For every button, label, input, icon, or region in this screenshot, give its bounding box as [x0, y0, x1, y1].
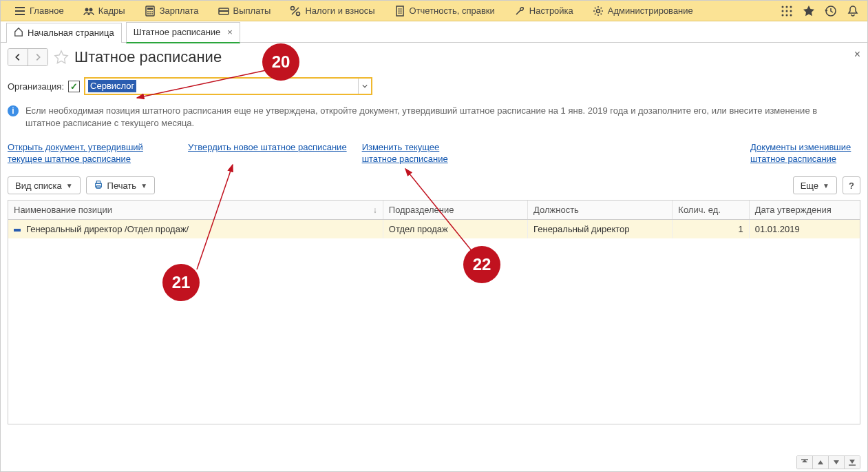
link-change-current[interactable]: Изменить текущее штатное расписание — [362, 142, 472, 165]
info-icon: i — [8, 105, 19, 116]
svg-point-20 — [782, 6, 784, 8]
grid-nav-strip — [796, 455, 860, 469]
menu-settings-label: Настройка — [529, 6, 573, 16]
svg-point-23 — [782, 10, 784, 12]
view-mode-button[interactable]: Вид списка ▼ — [8, 176, 81, 194]
apps-icon[interactable] — [781, 5, 793, 17]
menu-salary[interactable]: Зарплата — [135, 1, 209, 21]
percent-icon — [290, 6, 301, 17]
org-field[interactable]: Сервислог — [84, 77, 372, 95]
col-dept[interactable]: Подразделение — [383, 201, 527, 220]
svg-rect-3 — [147, 8, 153, 10]
sort-asc-icon: ↓ — [373, 205, 377, 215]
more-label: Еще — [801, 181, 818, 191]
menu-admin-label: Администрирование — [608, 6, 693, 16]
tab-home-label: Начальная страница — [28, 28, 114, 38]
org-input[interactable]: Сервислог — [85, 79, 358, 94]
link-changed-docs[interactable]: Документы изменившие штатное расписание — [750, 142, 860, 165]
link-open-current-doc[interactable]: Открыть документ, утвердивший текущее шт… — [8, 142, 173, 165]
nav-buttons — [8, 48, 48, 66]
menu-payments-label: Выплаты — [233, 6, 271, 16]
svg-point-8 — [149, 13, 151, 14]
more-button[interactable]: Еще ▼ — [793, 176, 837, 194]
svg-point-7 — [147, 13, 149, 14]
org-checkbox[interactable]: ✓ — [68, 81, 80, 92]
printer-icon — [94, 180, 103, 192]
col-qty-label: Колич. ед. — [678, 205, 721, 215]
svg-point-26 — [782, 14, 784, 16]
svg-line-14 — [292, 8, 299, 14]
menu-icon — [14, 6, 25, 17]
view-mode-label: Вид списка — [15, 181, 62, 191]
tab-staff-schedule-label: Штатное расписание — [134, 27, 221, 37]
nav-back-button[interactable] — [8, 49, 28, 65]
col-post[interactable]: Должность — [528, 201, 673, 220]
svg-point-21 — [786, 6, 788, 8]
menu-main-label: Главное — [30, 6, 64, 16]
svg-point-12 — [291, 6, 295, 10]
svg-point-27 — [786, 14, 788, 16]
help-label: ? — [849, 181, 854, 191]
col-date[interactable]: Дата утверждения — [749, 201, 860, 220]
svg-point-1 — [89, 8, 92, 11]
grid-nav-last[interactable] — [844, 456, 860, 469]
row-marker-icon — [14, 229, 21, 232]
grid-nav-up[interactable] — [812, 456, 828, 469]
nav-forward-button[interactable] — [28, 49, 47, 65]
history-icon[interactable] — [825, 5, 837, 17]
svg-point-22 — [790, 6, 792, 8]
cell-qty: 1 — [738, 224, 743, 234]
favorites-icon[interactable] — [803, 5, 815, 17]
tab-home[interactable]: Начальная страница — [6, 23, 122, 43]
menu-main[interactable]: Главное — [5, 1, 74, 21]
col-name-label: Наименование позиции — [14, 205, 112, 215]
favorite-star-icon[interactable] — [54, 50, 69, 65]
menu-hr[interactable]: Кадры — [74, 1, 135, 21]
print-button[interactable]: Печать ▼ — [86, 176, 156, 194]
menu-taxes-label: Налоги и взносы — [305, 6, 374, 16]
page-title: Штатное расписание — [74, 48, 222, 66]
grid-nav-down[interactable] — [828, 456, 844, 469]
svg-point-9 — [151, 13, 153, 14]
cell-post: Генеральный директор — [533, 224, 629, 234]
info-text: Если необходимая позиция штатного распис… — [25, 105, 847, 130]
svg-point-13 — [297, 12, 300, 15]
caret-down-icon: ▼ — [823, 182, 829, 189]
col-date-label: Дата утверждения — [755, 205, 832, 215]
table-row[interactable]: Генеральный директор /Отдел продаж/ Отде… — [8, 220, 860, 239]
menu-settings[interactable]: Настройка — [505, 1, 583, 21]
svg-point-5 — [149, 11, 151, 12]
org-dropdown-button[interactable] — [358, 79, 371, 94]
org-value: Сервислог — [88, 80, 136, 92]
org-label: Организация: — [8, 81, 64, 92]
tab-staff-schedule[interactable]: Штатное расписание × — [126, 22, 240, 43]
help-button[interactable]: ? — [843, 176, 860, 194]
menu-reports-label: Отчетность, справки — [410, 6, 495, 16]
caret-down-icon: ▼ — [66, 182, 73, 189]
menu-salary-label: Зарплата — [160, 6, 199, 16]
col-qty[interactable]: Колич. ед. — [673, 201, 749, 220]
bell-icon[interactable] — [847, 5, 859, 17]
people-icon — [83, 6, 94, 17]
menu-payments[interactable]: Выплаты — [209, 1, 281, 21]
menu-hr-label: Кадры — [98, 6, 125, 16]
main-toolbar: Главное Кадры Зарплата Выплаты Налоги и … — [1, 1, 867, 21]
cell-dept: Отдел продаж — [389, 224, 448, 234]
wrench-icon — [514, 6, 525, 17]
menu-admin[interactable]: Администрирование — [583, 1, 703, 21]
calc-icon — [145, 6, 156, 17]
link-approve-new[interactable]: Утвердить новое штатное расписание — [188, 142, 347, 165]
svg-point-4 — [147, 11, 149, 12]
gear-icon — [593, 6, 604, 17]
page-close-button[interactable]: × — [854, 48, 860, 61]
grid-nav-first[interactable] — [797, 456, 812, 469]
svg-point-24 — [786, 10, 788, 12]
col-name[interactable]: Наименование позиции ↓ — [8, 201, 383, 220]
menu-taxes[interactable]: Налоги и взносы — [280, 1, 384, 21]
tab-close-icon[interactable]: × — [227, 27, 233, 37]
print-label: Печать — [107, 181, 137, 191]
caret-down-icon: ▼ — [140, 182, 147, 189]
menu-reports[interactable]: Отчетность, справки — [385, 1, 505, 21]
col-post-label: Должность — [533, 205, 579, 215]
tab-bar: Начальная страница Штатное расписание × — [1, 21, 867, 43]
